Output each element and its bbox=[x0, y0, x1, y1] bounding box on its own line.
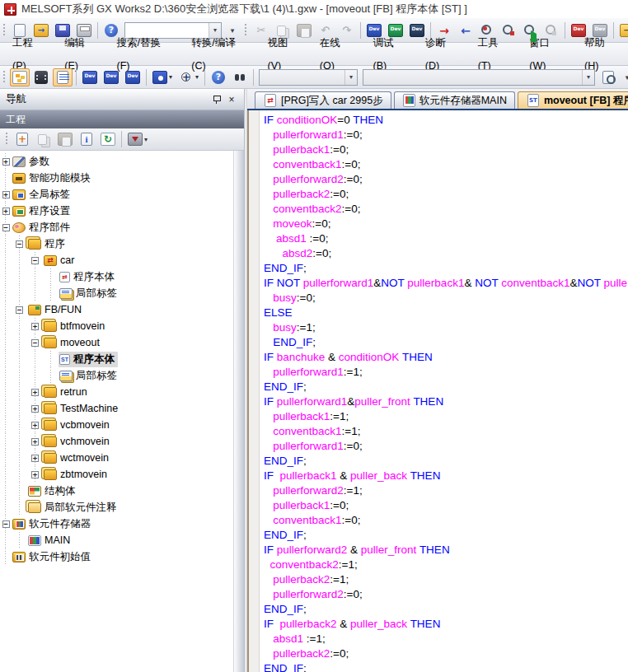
expand-toggle[interactable]: − bbox=[2, 224, 10, 231]
page-preview-button[interactable] bbox=[598, 68, 618, 86]
expand-toggle[interactable]: − bbox=[31, 257, 39, 264]
device-display-off-button[interactable] bbox=[590, 21, 610, 40]
zoom-mode-dropdown-arrow-icon[interactable]: ▾ bbox=[195, 73, 199, 81]
tree-item-testmachine[interactable]: +TestMachine bbox=[0, 400, 233, 417]
tree-guide bbox=[0, 450, 12, 466]
module-configuration-button[interactable] bbox=[31, 68, 51, 86]
expand-toggle[interactable]: + bbox=[31, 422, 39, 429]
tree-item-local-device-comment[interactable]: 局部软元件注释 bbox=[0, 499, 233, 516]
zoom-mode-button[interactable]: ▾ bbox=[176, 68, 201, 86]
toolbar-options-3-button[interactable] bbox=[620, 68, 628, 86]
monitor-watch-button[interactable] bbox=[499, 21, 518, 40]
find-button[interactable] bbox=[230, 68, 250, 86]
device-reference-button[interactable] bbox=[123, 68, 143, 86]
toolbar-grip[interactable] bbox=[2, 70, 7, 85]
tree-item-intelligent-module[interactable]: 智能功能模块 bbox=[0, 170, 233, 186]
work-window-list-button[interactable] bbox=[53, 68, 73, 86]
save-button[interactable] bbox=[53, 21, 73, 40]
watch-combo-2-dropdown-arrow-icon[interactable]: ▾ bbox=[582, 70, 594, 85]
device-display-mode-button[interactable]: ▾ bbox=[150, 68, 175, 86]
expand-toggle[interactable]: + bbox=[2, 158, 10, 166]
expand-toggle[interactable]: − bbox=[31, 339, 39, 347]
navigation-toggle-button[interactable] bbox=[10, 68, 30, 86]
close-panel-button[interactable]: × bbox=[225, 93, 238, 105]
tree-item-program-settings[interactable]: +程序设置 bbox=[0, 203, 233, 219]
project-tree[interactable]: +参数智能功能模块+全局标签+程序设置−程序部件−程序−car程序本体局部标签−… bbox=[0, 151, 233, 672]
tree-item-moveout[interactable]: −moveout bbox=[0, 334, 233, 351]
new-item-button[interactable] bbox=[12, 130, 32, 148]
tree-item-vcbmovein[interactable]: +vcbmovein bbox=[0, 417, 233, 433]
tree-item-car-program-body[interactable]: 程序本体 bbox=[0, 268, 233, 285]
open-file-button[interactable] bbox=[31, 21, 51, 40]
device-display-button[interactable] bbox=[569, 21, 588, 40]
tree-item-vchmovein[interactable]: +vchmovein bbox=[0, 433, 233, 450]
tree-scrollbar[interactable] bbox=[233, 151, 244, 672]
device-monitor-button[interactable] bbox=[386, 21, 405, 40]
tree-item-parameters[interactable]: +参数 bbox=[0, 153, 233, 170]
tree-item-fb-fun[interactable]: −FB/FUN bbox=[0, 301, 233, 318]
read-from-plc-button[interactable] bbox=[456, 21, 476, 40]
tab-moveout-fb-body[interactable]: moveout [FB] 程序本体 bbox=[518, 91, 628, 109]
tab-prg-write-car[interactable]: [PRG]写入 car 2995步 bbox=[255, 91, 391, 109]
expand-toggle[interactable]: + bbox=[2, 191, 10, 198]
tree-item-program-parts[interactable]: −程序部件 bbox=[0, 219, 233, 236]
paste-item-button[interactable] bbox=[55, 130, 75, 148]
expand-toggle[interactable]: − bbox=[16, 240, 23, 248]
expand-toggle[interactable]: + bbox=[31, 323, 39, 330]
tree-item-device-initial-value[interactable]: 软元件初始值 bbox=[0, 548, 233, 565]
code-line: pullerforward1:=1; bbox=[264, 365, 628, 380]
expand-toggle[interactable]: − bbox=[16, 306, 23, 314]
copy-item-button[interactable] bbox=[34, 131, 54, 147]
pin-button[interactable] bbox=[209, 93, 223, 105]
undo-button[interactable] bbox=[316, 21, 335, 40]
tree-item-car[interactable]: −car bbox=[0, 252, 233, 268]
tree-item-global-label[interactable]: +全局标签 bbox=[0, 186, 233, 203]
device-display-mode-dropdown-arrow-icon[interactable]: ▾ bbox=[169, 73, 172, 81]
device-batch-monitor-button[interactable] bbox=[407, 21, 427, 40]
paste-button[interactable] bbox=[294, 21, 314, 40]
refresh-view-button[interactable] bbox=[98, 130, 118, 148]
tree-item-structures[interactable]: 结构体 bbox=[0, 483, 233, 499]
write-to-plc-button[interactable] bbox=[434, 21, 454, 40]
watch-combo-1[interactable]: ▾ bbox=[259, 69, 358, 86]
cut-button[interactable] bbox=[251, 21, 271, 40]
device-reference-icon bbox=[125, 71, 140, 84]
watch-combo-1-dropdown-arrow-icon[interactable]: ▾ bbox=[344, 70, 357, 85]
tree-item-retrun[interactable]: +retrun bbox=[0, 384, 233, 400]
redo-button[interactable] bbox=[337, 21, 357, 40]
code-token: END_IF bbox=[264, 262, 303, 274]
tree-item-moveout-local-label[interactable]: 局部标签 bbox=[0, 367, 233, 384]
tree-item-btfmovein[interactable]: +btfmovein bbox=[0, 318, 233, 334]
tree-item-moveout-program-body[interactable]: 程序本体 bbox=[0, 351, 233, 367]
tree-item-device-memory-main[interactable]: MAIN bbox=[0, 532, 233, 548]
tree-item-zbtmovein[interactable]: +zbtmovein bbox=[0, 466, 233, 483]
sort-filter-dropdown-arrow-icon[interactable]: ▾ bbox=[144, 136, 148, 143]
monitor-start-button[interactable] bbox=[520, 21, 540, 40]
expand-toggle[interactable]: + bbox=[31, 405, 39, 413]
sort-filter-button[interactable]: ▾ bbox=[125, 130, 150, 148]
expand-toggle[interactable]: + bbox=[2, 208, 10, 215]
print-button[interactable] bbox=[74, 21, 94, 40]
expand-toggle[interactable]: − bbox=[2, 520, 10, 528]
expand-toggle[interactable]: + bbox=[31, 455, 39, 462]
tree-item-content: 全局标签 bbox=[12, 187, 73, 203]
device-comment-display-button[interactable] bbox=[80, 68, 100, 86]
tree-item-device-memory[interactable]: −软元件存储器 bbox=[0, 516, 233, 532]
tab-device-memory-main[interactable]: 软元件存储器MAIN bbox=[394, 91, 515, 109]
tree-item-wctmovein[interactable]: +wctmovein bbox=[0, 450, 233, 466]
expand-toggle[interactable]: + bbox=[31, 471, 39, 478]
toolbar-grip[interactable] bbox=[5, 132, 9, 147]
verify-with-plc-button[interactable] bbox=[477, 21, 497, 40]
monitor-stop-button[interactable] bbox=[541, 21, 561, 40]
expand-toggle[interactable]: + bbox=[31, 389, 39, 396]
device-memory-display-button[interactable] bbox=[101, 68, 121, 86]
tree-item-program[interactable]: −程序 bbox=[0, 236, 233, 252]
tree-item-car-local-label[interactable]: 局部标签 bbox=[0, 285, 233, 301]
watch-combo-2[interactable]: ▾ bbox=[363, 69, 595, 86]
code-editor[interactable]: IF conditionOK=0 THEN pullerforward1:=0;… bbox=[260, 110, 628, 672]
copy-button[interactable] bbox=[273, 22, 293, 39]
item-properties-button[interactable] bbox=[77, 130, 96, 148]
device-test-button[interactable] bbox=[364, 21, 384, 40]
help-2-button[interactable] bbox=[209, 68, 228, 86]
expand-toggle[interactable]: + bbox=[31, 438, 39, 446]
